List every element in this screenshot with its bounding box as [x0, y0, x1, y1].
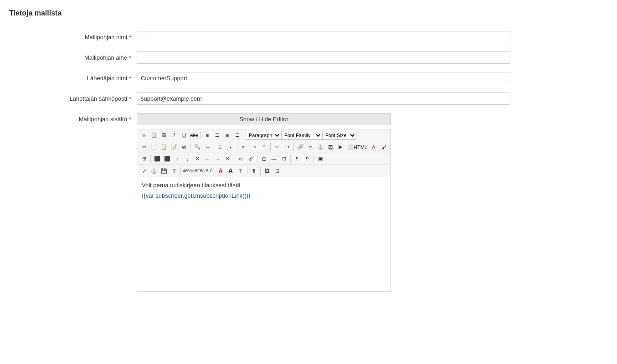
indent-button[interactable]: ⇥	[249, 143, 259, 152]
underline-button[interactable]: U	[179, 131, 189, 140]
paragraph2-button[interactable]: ¶	[249, 166, 259, 175]
link-button[interactable]: 🔗	[295, 143, 305, 152]
undo-button[interactable]: ↩	[272, 143, 282, 152]
required-star-5: *	[129, 116, 131, 123]
template-name-input[interactable]	[137, 31, 510, 43]
label-template-subject: Mallipohjan aihe*	[9, 51, 137, 61]
blockquote-button[interactable]: "	[259, 143, 269, 152]
ol-button[interactable]: 1.	[216, 143, 226, 152]
sep-10	[234, 155, 234, 163]
strikethrough-button[interactable]: abc	[189, 131, 199, 140]
editor-content-area[interactable]: Voit perua uutiskirjeen tilauksesi tästä…	[137, 177, 391, 291]
non-breaking-space[interactable]: ¶	[302, 154, 312, 164]
sender-email-input[interactable]	[137, 92, 510, 105]
text-color-button[interactable]: A	[369, 143, 379, 152]
replace-button[interactable]: ↔	[202, 143, 212, 152]
page-title: Tietoja mallista	[9, 9, 608, 17]
font-size2-button[interactable]: A	[226, 166, 236, 175]
label-content: Mallipohjan sisältö*	[9, 113, 137, 123]
rowspan-button[interactable]: ⬛	[162, 154, 172, 164]
toolbar-row-4: ⤢ ⚓ 💾 T 4659 ABFR A.B.C A A T ¶	[137, 165, 391, 177]
align-left-button[interactable]: ≡	[202, 131, 212, 140]
text-format-button[interactable]: T	[236, 166, 246, 175]
paragraph-mark-button[interactable]: ¶	[292, 154, 302, 164]
save-button[interactable]: 💾	[159, 166, 169, 175]
html-button[interactable]: HTML	[355, 143, 365, 152]
show-hide-editor-button[interactable]: Show / Hide Editor	[137, 113, 391, 125]
show-blocks-button[interactable]: ⊡	[279, 154, 289, 164]
insert-row-after[interactable]: ↓	[182, 154, 192, 164]
unsubscribe-link[interactable]: {{var subscriber.getUnsubscriptionLink()…	[142, 192, 250, 199]
paste-word-button[interactable]: W	[179, 143, 189, 152]
sep-1	[201, 131, 201, 139]
insert-img-button[interactable]: 🖼	[262, 166, 272, 175]
sender-name-input[interactable]	[137, 72, 510, 84]
required-star-3: *	[129, 75, 131, 82]
sep-9	[150, 155, 151, 163]
delete-row-button[interactable]: ✕	[192, 154, 202, 164]
cut-button[interactable]: ✂	[139, 143, 149, 152]
editor-body-text: Voit perua uutiskirjeen tilauksesi tästä	[142, 182, 386, 189]
insert-col-after[interactable]: →	[212, 154, 222, 164]
resize-button[interactable]: ⤢	[139, 166, 149, 175]
sep-13	[314, 155, 314, 163]
sep-4	[214, 143, 214, 151]
align-justify-button[interactable]: ☰	[232, 131, 242, 140]
required-star-4: *	[129, 95, 131, 102]
anchor-button[interactable]: ⚓	[315, 143, 325, 152]
paste-button[interactable]: 📋	[159, 143, 169, 152]
custom1-button[interactable]: 4659	[182, 166, 192, 175]
form-row-sender-name: Lähettäjän nimi*	[9, 72, 608, 84]
image-button[interactable]: 🖼	[325, 143, 335, 152]
sup-button[interactable]: x²	[246, 154, 256, 164]
template-icon[interactable]: 📋	[149, 131, 159, 140]
sep-12	[290, 155, 291, 163]
form-row-template-name: Mallipohjan nimi*	[9, 31, 608, 43]
unlink-button[interactable]: ✂	[305, 143, 315, 152]
find-button[interactable]: 🔍	[192, 143, 202, 152]
sub-button[interactable]: x₂	[236, 154, 246, 164]
table-button[interactable]: ⊞	[139, 154, 149, 164]
label-sender-name: Lähettäjän nimi*	[9, 72, 137, 82]
colspan-button[interactable]: ⬛	[152, 154, 162, 164]
anchor2-button[interactable]: ⚓	[149, 166, 159, 175]
special-char-button[interactable]: Ω	[259, 154, 269, 164]
sep-15	[214, 167, 214, 175]
delete-col-button[interactable]: ✕	[222, 154, 232, 164]
smiley-icon[interactable]: ☺	[139, 131, 149, 140]
align-center-button[interactable]: ☰	[212, 131, 222, 140]
outdent-button[interactable]: ⇤	[239, 143, 249, 152]
italic-button[interactable]: I	[169, 131, 179, 140]
bold-button[interactable]: B	[159, 131, 169, 140]
form-row-template-subject: Mallipohjan aihe*	[9, 51, 608, 64]
paragraph-select[interactable]: Paragraph	[246, 131, 281, 140]
sep-5	[237, 143, 237, 151]
redo-button[interactable]: ↪	[282, 143, 292, 152]
color-picker-button[interactable]: A	[216, 166, 226, 175]
table2-button[interactable]: ⊟	[272, 166, 282, 175]
custom3-button[interactable]: A.B.C	[202, 166, 212, 175]
insert-row-before[interactable]: ↑	[172, 154, 182, 164]
font-size-select[interactable]: Font Size	[322, 131, 356, 140]
template2-button[interactable]: T	[169, 166, 179, 175]
label-sender-email: Lähettäjän sähköposti*	[9, 92, 137, 102]
copy-button[interactable]: 📄	[149, 143, 159, 152]
sep-11	[257, 155, 257, 163]
ul-button[interactable]: •	[226, 143, 236, 152]
flash-button[interactable]: ▶	[335, 143, 345, 152]
template-subject-input[interactable]	[137, 51, 510, 64]
form-row-sender-email: Lähettäjän sähköposti*	[9, 92, 608, 105]
insert-col-before[interactable]: ←	[202, 154, 212, 164]
form-row-content: Mallipohjan sisältö* Show / Hide Editor …	[9, 113, 608, 292]
bg-color-button[interactable]: 🖌	[379, 143, 389, 152]
page-break-button[interactable]: —	[269, 154, 279, 164]
required-star-2: *	[129, 54, 131, 61]
align-right-button[interactable]: ≡	[222, 131, 232, 140]
font-family-select[interactable]: Font Family	[281, 131, 322, 140]
media-embed-button[interactable]: ▣	[315, 154, 325, 164]
sep-6	[270, 143, 271, 151]
content-area: Show / Hide Editor ☺ 📋 B I U abc ≡	[137, 113, 391, 292]
paste-text-button[interactable]: 📝	[169, 143, 179, 152]
label-template-name: Mallipohjan nimi*	[9, 31, 137, 41]
custom2-button[interactable]: ABFR	[192, 166, 202, 175]
